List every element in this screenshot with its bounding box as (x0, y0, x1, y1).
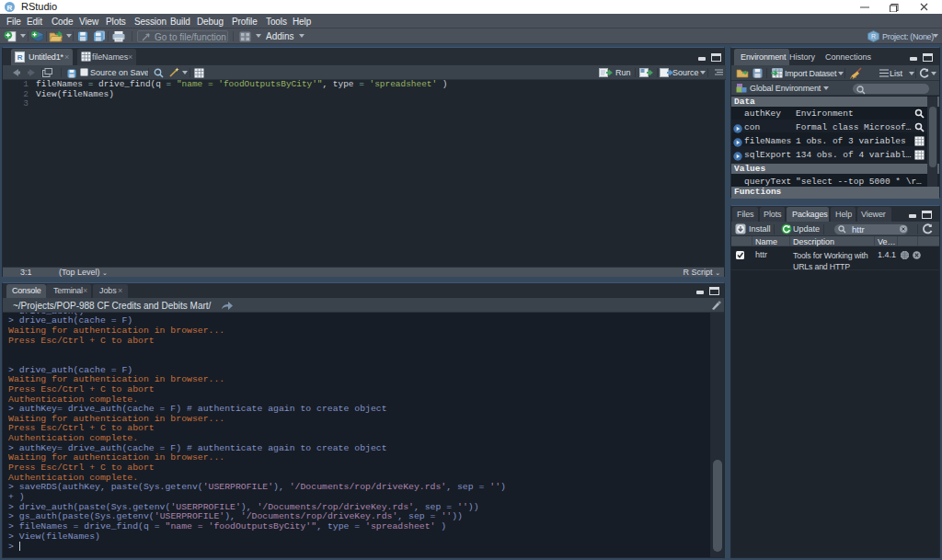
svg-text:R: R (871, 33, 876, 40)
svg-text:R: R (7, 4, 13, 12)
svg-text:R: R (17, 53, 23, 62)
